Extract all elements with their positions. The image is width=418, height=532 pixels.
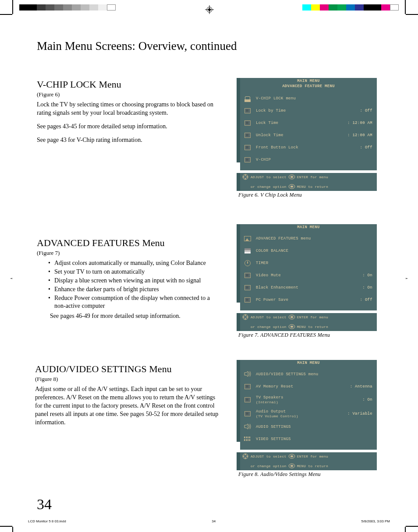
osd-row: COLOR BALANCE: [244, 245, 372, 257]
help-text: ENTER for menu: [297, 315, 328, 319]
box-icon: [244, 108, 251, 113]
osd-row: Lock Time: 12:00 AM: [244, 117, 372, 129]
bars-icon: [244, 248, 251, 254]
osd-row-label: Front Button Lock: [256, 145, 360, 150]
section-title: V-CHIP LOCK Menu: [37, 79, 221, 90]
figure-caption: Figure 6. V Chip Lock Menu: [238, 192, 377, 198]
section-vchip: V-CHIP LOCK Menu (Figure 6) Lock the TV …: [37, 79, 221, 150]
osd-row-label: ADVANCED FEATURES menu: [256, 236, 372, 241]
osd-row: VIDEO SETTINGS: [244, 433, 372, 445]
lock-icon: [245, 96, 250, 101]
osd-help-bar: ADJUST to select ENTER for menu or chang…: [240, 173, 377, 191]
osd-row: V-CHIP LOCK menu: [244, 92, 372, 105]
box-icon: [244, 133, 251, 138]
osd-row: AUDIO SETTINGS: [244, 421, 372, 433]
section-advanced: ADVANCED FEATURES Menu (Figure 7) Adjust…: [37, 237, 221, 321]
osd-row-value: : Off: [360, 145, 372, 150]
osd-help-bar: ADJUST to select ENTER for menu or chang…: [240, 452, 377, 470]
osd-figure-7: MAIN MENU ADVANCED FEATURES menuCOLOR BA…: [237, 224, 377, 338]
enter-button-icon: [288, 453, 295, 459]
osd-row: Lock by Time: Off: [244, 105, 372, 117]
box-icon: [244, 297, 251, 303]
osd-row-value: : Off: [360, 298, 372, 302]
osd-row-sublabel: (TV Volume Control): [256, 414, 347, 418]
osd-row-label: V-CHIP LOCK menu: [256, 96, 372, 101]
osd-row-value: : 12:00 AM: [347, 121, 372, 125]
box-icon: [244, 145, 251, 150]
box-icon: [244, 157, 251, 162]
color-bars-right: [302, 4, 399, 12]
osd-row-label: TV Speakers(Internal): [256, 395, 362, 404]
paragraph: Adjust some or all of the A/V settings. …: [35, 385, 223, 426]
box-icon: [244, 285, 251, 290]
paragraph: See pages 46-49 for more detailed setup …: [37, 312, 221, 321]
dpad-icon: [242, 453, 249, 459]
dpad-icon: [242, 314, 249, 320]
clock-icon: [244, 260, 251, 266]
crop-mark: [0, 14, 12, 15]
osd-header: MAIN MENU: [240, 360, 377, 366]
registration-mark-icon: [205, 5, 214, 14]
crop-mark: [12, 0, 13, 14]
help-text: ENTER for menu: [297, 454, 328, 458]
osd-row-label: Video Mute: [256, 273, 362, 278]
osd-row-label: AUDIO SETTINGS: [256, 425, 372, 429]
osd-row: PC Power Save: Off: [244, 294, 372, 306]
osd-row: Video Mute: On: [244, 269, 372, 282]
picture-icon: [244, 236, 251, 241]
svg-point-22: [290, 176, 293, 178]
osd-row: Front Button Lock: Off: [244, 141, 372, 154]
menu-button-icon: [288, 463, 295, 469]
crop-mark: [406, 526, 418, 527]
help-text: ADJUST to select: [251, 175, 287, 179]
osd-row: ADVANCED FEATURES menu: [244, 233, 372, 245]
help-text: or change option: [251, 464, 287, 468]
speaker-icon: [244, 370, 252, 379]
osd-row-label: Unlock Time: [256, 133, 347, 137]
svg-point-24: [290, 186, 293, 187]
color-bars-left: [19, 4, 116, 12]
svg-point-31: [290, 316, 293, 318]
crop-mark: [406, 14, 418, 15]
svg-point-42: [290, 455, 293, 457]
bullet-list: Adjust colors automatically or manually,…: [37, 259, 221, 310]
help-text: ADJUST to select: [251, 315, 287, 319]
section-title: AUDIO/VIDEO SETTINGS Menu: [35, 363, 223, 375]
osd-row-value: : Variable: [347, 412, 372, 416]
svg-marker-34: [244, 371, 248, 377]
footer-page: 34: [212, 519, 216, 523]
osd-row: V-CHIP: [244, 154, 372, 166]
figure-reference: (Figure 7): [37, 250, 221, 257]
list-item: Display a blue screen when viewing an in…: [54, 277, 221, 285]
osd-row-label: V-CHIP: [256, 158, 372, 162]
osd-help-bar: ADJUST to select ENTER for menu or chang…: [240, 313, 377, 331]
speaker-icon: [244, 423, 252, 431]
box-icon: [244, 120, 251, 126]
osd-row-value: : On: [362, 273, 372, 278]
osd-row-value: : On: [362, 398, 372, 402]
osd-row-value: : Antenna: [350, 384, 372, 389]
osd-figure-6: MAIN MENU ADVANCED FEATURE MENU V-CHIP L…: [237, 78, 377, 198]
osd-row-label: AUDIO/VIDEO SETTINGS menu: [256, 372, 372, 377]
paragraph: See page 43 for V-Chip rating informatio…: [37, 136, 221, 144]
osd-row-label: Lock Time: [256, 121, 347, 125]
page-content: Main Menu Screens: Overview, continued V…: [12, 14, 406, 527]
osd-row-label: AV Memory Reset: [256, 384, 350, 389]
osd-row-label: Lock by Time: [256, 109, 360, 113]
list-item: Adjust colors automatically or manually,…: [54, 259, 221, 268]
figure-caption: Figure 8. Audio/Video Settings Menu: [238, 471, 377, 478]
osd-row: Audio Output(TV Volume Control): Variabl…: [244, 407, 372, 421]
crop-mark: [405, 0, 406, 14]
crop-mark: [405, 527, 406, 532]
osd-row-label: VIDEO SETTINGS: [256, 437, 372, 441]
footer-timestamp: 5/8/2003, 3:03 PM: [361, 519, 390, 523]
osd-row-value: : On: [362, 285, 372, 290]
figure-reference: (Figure 8): [35, 376, 223, 383]
osd-row-label: PC Power Save: [256, 298, 360, 302]
help-text: or change option: [251, 185, 287, 189]
box-icon: [244, 397, 251, 402]
osd-subheader: ADVANCED FEATURE MENU: [240, 84, 377, 90]
osd-figure-8: MAIN MENU AUDIO/VIDEO SETTINGS menuAV Me…: [237, 360, 377, 478]
osd-header: MAIN MENU: [240, 78, 377, 84]
osd-row-label: Audio Output(TV Volume Control): [256, 409, 347, 418]
